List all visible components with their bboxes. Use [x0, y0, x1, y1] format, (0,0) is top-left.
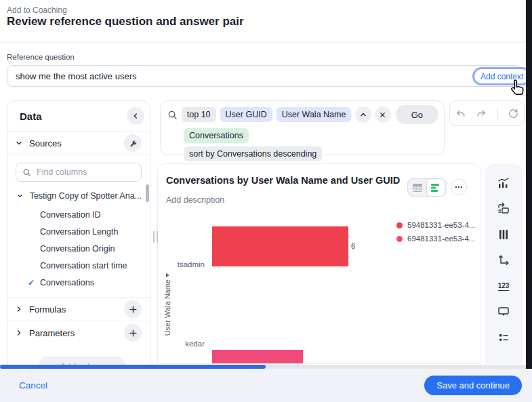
- column-item[interactable]: ✓Conversations: [22, 274, 150, 291]
- number-format-button[interactable]: 123: [485, 273, 522, 299]
- search-icon: [167, 110, 178, 120]
- undo-button[interactable]: [455, 108, 466, 119]
- column-label: Conversations: [40, 278, 94, 287]
- axes-config-button[interactable]: [485, 247, 522, 273]
- number-format-icon: 123: [498, 282, 510, 291]
- axis-sort-arrow-icon: [165, 273, 170, 278]
- undo-icon: [455, 108, 466, 119]
- data-panel: Data Sources Find columns Testign Copy o…: [7, 100, 150, 366]
- wrench-icon: [129, 139, 138, 148]
- search-token-keyword[interactable]: top 10: [182, 107, 216, 122]
- bar-kedar[interactable]: [212, 350, 303, 364]
- chevron-down-icon: [17, 193, 23, 199]
- toolbar-divider: [497, 106, 498, 120]
- chart-layout-button[interactable]: [485, 196, 522, 222]
- chevron-right-icon: [16, 306, 22, 313]
- add-parameter-button[interactable]: [124, 324, 142, 342]
- cancel-button[interactable]: Cancel: [19, 380, 47, 390]
- clear-search-button[interactable]: [375, 106, 391, 123]
- header-divider: [0, 42, 526, 43]
- search-token-keyword[interactable]: sort by Conversations descending: [184, 146, 322, 161]
- legend-settings-button[interactable]: [485, 325, 522, 350]
- source-table-row[interactable]: Testign Copy of Spotter Ana...: [7, 186, 150, 203]
- sources-section-header[interactable]: Sources: [7, 132, 150, 155]
- column-item[interactable]: Conversation Length: [22, 223, 150, 240]
- chevron-left-icon: [132, 113, 139, 119]
- chart-type-icon: [497, 176, 510, 190]
- parameters-label: Parameters: [29, 328, 124, 338]
- chart-config-toolbar: 123: [485, 163, 522, 364]
- breadcrumb: Add to Coaching: [7, 5, 67, 15]
- search-token-bar[interactable]: top 10User GUIDUser Wala Name Go Convers…: [160, 100, 445, 155]
- history-toolbar: [449, 100, 525, 126]
- reference-question-input[interactable]: show me the most active users: [7, 65, 522, 87]
- column-item[interactable]: Conversation ID: [22, 206, 150, 223]
- plus-icon: [129, 306, 137, 313]
- category-label: kedar: [164, 340, 205, 348]
- tooltip-config-button[interactable]: [485, 299, 522, 325]
- column-label: Conversation start time: [40, 261, 127, 270]
- close-icon: [380, 112, 386, 118]
- data-panel-title: Data: [20, 110, 127, 122]
- column-label: Conversation Length: [40, 227, 118, 237]
- layout-swap-icon: [497, 202, 510, 216]
- category-label: tsadmin: [164, 260, 205, 268]
- y-axis-label[interactable]: User Wala Name: [163, 279, 171, 336]
- reference-question-value: show me the most active users: [16, 71, 136, 81]
- token-row: top 10User GUIDUser Wala Name: [182, 107, 356, 122]
- find-columns-placeholder: Find columns: [37, 167, 87, 177]
- go-button[interactable]: Go: [396, 105, 438, 124]
- column-item[interactable]: Conversation start time: [22, 257, 150, 274]
- chevron-up-icon: [360, 111, 367, 118]
- chart-type-button[interactable]: [485, 170, 522, 196]
- add-formula-button[interactable]: [124, 300, 142, 318]
- search-token-measure[interactable]: Conversations: [184, 128, 249, 143]
- chevron-right-icon: [16, 329, 22, 336]
- reset-button[interactable]: [508, 108, 519, 119]
- legend-settings-icon: [497, 332, 510, 343]
- manage-sources-button[interactable]: [124, 134, 142, 152]
- sources-label: Sources: [29, 138, 124, 148]
- window-edge: [526, 0, 532, 369]
- page-title: Review reference question and answer pai…: [7, 15, 244, 28]
- columns-list: Conversation IDConversation LengthConver…: [7, 203, 150, 291]
- footer-bar: Cancel Save and continue: [0, 369, 532, 402]
- collapse-search-button[interactable]: [355, 106, 371, 123]
- parameters-section-header[interactable]: Parameters: [7, 321, 150, 344]
- search-token-attribute[interactable]: User GUID: [220, 107, 272, 122]
- plus-icon: [129, 329, 137, 337]
- reset-icon: [508, 108, 519, 119]
- axes-icon: [497, 254, 510, 267]
- add-to-coaching-dialog: Add to Coaching Review reference questio…: [0, 0, 532, 402]
- find-columns-input[interactable]: Find columns: [16, 163, 142, 182]
- redo-button[interactable]: [476, 108, 487, 119]
- bar-tsadmin[interactable]: [212, 226, 348, 266]
- panel-divider: [7, 155, 150, 155]
- save-and-continue-button[interactable]: Save and continue: [424, 376, 522, 395]
- token-row: sort by Conversations descending: [184, 146, 438, 161]
- formulas-section-header[interactable]: Formulas: [7, 298, 150, 321]
- chevron-down-icon: [16, 140, 22, 146]
- answer-chart-card: Conversations by User Wala Name and User…: [157, 163, 481, 364]
- column-label: Conversation Origin: [40, 244, 115, 254]
- panel-scrollbar-thumb[interactable]: [146, 184, 149, 202]
- formulas-label: Formulas: [29, 304, 124, 315]
- columns-icon: [497, 228, 510, 241]
- token-row: Conversations: [184, 128, 438, 143]
- chart-plot: tsadmin6kedar: [158, 164, 481, 364]
- collapse-panel-button[interactable]: [127, 107, 144, 125]
- search-token-attribute[interactable]: User Wala Name: [277, 107, 352, 122]
- redo-icon: [476, 108, 487, 119]
- reference-question-label: Reference question: [7, 53, 75, 61]
- column-label: Conversation ID: [40, 210, 101, 220]
- source-table-name: Testign Copy of Spotter Ana...: [30, 191, 142, 201]
- add-context-button[interactable]: Add context: [472, 67, 531, 85]
- columns-config-button[interactable]: [485, 222, 522, 247]
- tooltip-icon: [497, 306, 510, 318]
- panel-resize-handle[interactable]: [153, 231, 158, 243]
- column-item[interactable]: Conversation Origin: [22, 240, 150, 257]
- value-label: 6: [351, 242, 355, 250]
- search-icon: [22, 168, 31, 177]
- check-icon: ✓: [22, 278, 40, 287]
